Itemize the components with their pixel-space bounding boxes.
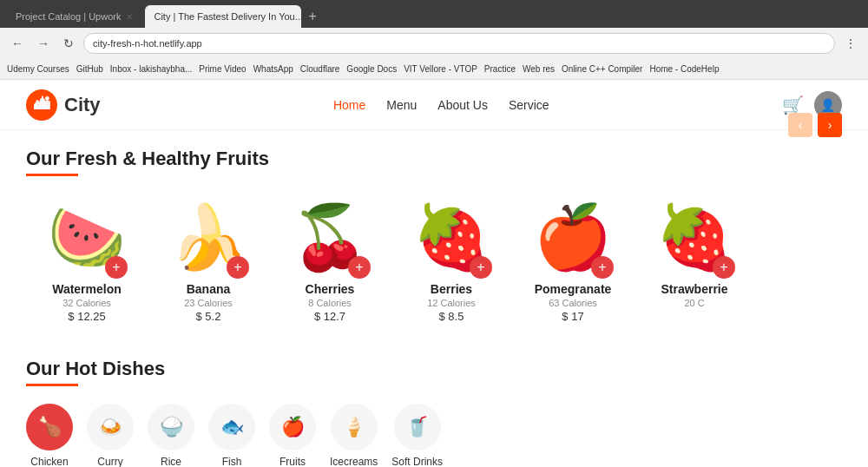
nav-bar: ← → ↻ city-fresh-n-hot.netlify.app ⋮ xyxy=(0,28,868,59)
hot-dishes-section: Our Hot Dishes 🍗 Chicken 🍛 Curry 🍚 Rice … xyxy=(26,358,842,467)
bookmark-codehelp[interactable]: Home - CodeHelp xyxy=(649,64,719,74)
address-bar[interactable]: city-fresh-n-hot.netlify.app xyxy=(83,33,835,54)
fruits-section: Our Fresh & Healthy Fruits ‹ › 🍉 + Water… xyxy=(26,148,842,332)
fruit-image-pomegranate: 🍎 + xyxy=(525,202,621,272)
new-tab-button[interactable]: + xyxy=(308,9,316,24)
carousel-prev-button[interactable]: ‹ xyxy=(788,113,812,137)
tab-upwork[interactable]: Project Catalog | Upwork ✕ xyxy=(7,5,141,28)
banana-calories: 23 Calories xyxy=(155,298,262,308)
cherries-name: Cherries xyxy=(276,282,384,296)
pomegranate-price: $ 17 xyxy=(519,310,627,323)
icecreams-label: Icecreams xyxy=(330,456,378,467)
nav-service[interactable]: Service xyxy=(509,98,549,112)
cart-icon[interactable]: 🛒 xyxy=(782,95,804,115)
banana-price: $ 5.2 xyxy=(155,310,262,323)
header: 🏙 City Home Menu About Us Service 🛒 👤 xyxy=(0,80,868,130)
category-chicken[interactable]: 🍗 Chicken xyxy=(26,404,73,467)
nav-menu[interactable]: Menu xyxy=(386,98,417,112)
fruits-row: 🍉 + Watermelon 32 Calories $ 12.25 🍌 + B… xyxy=(26,194,842,332)
curry-label: Curry xyxy=(97,456,122,467)
bookmark-udemy[interactable]: Udemy Courses xyxy=(7,64,69,74)
category-fruits[interactable]: 🍎 Fruits xyxy=(269,404,316,467)
bookmark-prime[interactable]: Prime Video xyxy=(199,64,246,74)
pomegranate-calories: 63 Calories xyxy=(519,298,627,308)
watermelon-calories: 32 Calories xyxy=(33,298,141,308)
bookmark-google-docs[interactable]: Google Docs xyxy=(346,64,397,74)
fruit-card-banana: 🍌 + Banana 23 Calories $ 5.2 xyxy=(148,194,269,332)
main-nav: Home Menu About Us Service xyxy=(333,98,549,112)
fruit-image-watermelon: 🍉 + xyxy=(39,202,135,272)
banana-name: Banana xyxy=(155,282,262,296)
tab-city[interactable]: City | The Fastest Delivery In You... ✕ xyxy=(145,5,301,28)
add-pomegranate-button[interactable]: + xyxy=(591,256,614,279)
fruits-title: Our Fresh & Healthy Fruits xyxy=(26,148,269,170)
nav-about[interactable]: About Us xyxy=(437,98,488,112)
fruit-card-strawberry: 🍓 + Strawberrie 20 C xyxy=(634,194,755,332)
bookmark-github[interactable]: GitHub xyxy=(76,64,103,74)
chicken-icon: 🍗 xyxy=(26,404,73,451)
forward-button[interactable]: → xyxy=(33,35,54,52)
main-content: Our Fresh & Healthy Fruits ‹ › 🍉 + Water… xyxy=(0,130,868,467)
add-berries-button[interactable]: + xyxy=(470,256,492,279)
category-softdrinks[interactable]: 🥤 Soft Drinks xyxy=(391,404,443,467)
add-watermelon-button[interactable]: + xyxy=(105,256,128,279)
fruits-icon: 🍎 xyxy=(269,404,316,451)
fruit-card-berries: 🍓 + Berries 12 Calories $ 8.5 xyxy=(391,194,512,332)
tab-upwork-label: Project Catalog | Upwork xyxy=(16,11,121,22)
tab-city-label: City | The Fastest Delivery In You... xyxy=(154,11,301,22)
icecreams-icon: 🍦 xyxy=(331,404,378,451)
category-curry[interactable]: 🍛 Curry xyxy=(87,404,134,467)
fruit-card-watermelon: 🍉 + Watermelon 32 Calories $ 12.25 xyxy=(26,194,148,332)
address-text: city-fresh-n-hot.netlify.app xyxy=(93,38,202,49)
watermelon-name: Watermelon xyxy=(33,282,141,296)
add-banana-button[interactable]: + xyxy=(227,256,249,279)
rice-icon: 🍚 xyxy=(148,404,194,451)
category-icecreams[interactable]: 🍦 Icecreams xyxy=(330,404,378,467)
add-cherries-button[interactable]: + xyxy=(348,256,371,279)
strawberry-name: Strawberrie xyxy=(641,282,748,296)
cherries-calories: 8 Calories xyxy=(276,298,384,308)
softdrinks-label: Soft Drinks xyxy=(391,456,443,467)
watermelon-price: $ 12.25 xyxy=(33,310,141,323)
fruit-image-berries: 🍓 + xyxy=(404,202,499,272)
bookmark-vit[interactable]: VIT Vellore - VTOP xyxy=(404,64,477,74)
fruit-card-cherries: 🍒 + Cherries 8 Calories $ 12.7 xyxy=(269,194,391,332)
berries-price: $ 8.5 xyxy=(398,310,505,323)
bookmark-cpp[interactable]: Online C++ Compiler xyxy=(562,64,642,74)
back-button[interactable]: ← xyxy=(7,35,28,52)
fruits-label: Fruits xyxy=(279,456,306,467)
fruit-image-cherries: 🍒 + xyxy=(282,202,378,272)
fish-icon: 🐟 xyxy=(208,404,255,451)
category-fish[interactable]: 🐟 Fish xyxy=(208,404,255,467)
bookmark-cloudflare[interactable]: Cloudflare xyxy=(300,64,340,74)
add-strawberry-button[interactable]: + xyxy=(713,256,735,279)
bookmark-web[interactable]: Web res xyxy=(523,64,555,74)
nav-home[interactable]: Home xyxy=(333,98,365,112)
carousel-next-button[interactable]: › xyxy=(818,113,842,137)
bookmark-inbox[interactable]: Inbox - lakishaybha... xyxy=(110,64,193,74)
fruit-image-strawberry: 🍓 + xyxy=(647,202,742,272)
category-rice[interactable]: 🍚 Rice xyxy=(148,404,194,467)
logo-text: City xyxy=(64,94,101,116)
bookmark-whatsapp[interactable]: WhatsApp xyxy=(253,64,293,74)
bookmark-practice[interactable]: Practice xyxy=(484,64,516,74)
fish-label: Fish xyxy=(222,456,242,467)
chicken-label: Chicken xyxy=(30,456,68,467)
strawberry-calories: 20 C xyxy=(641,298,748,308)
dishes-categories-row: 🍗 Chicken 🍛 Curry 🍚 Rice 🐟 Fish 🍎 xyxy=(26,404,842,467)
tab-bar: Project Catalog | Upwork ✕ City | The Fa… xyxy=(0,0,868,28)
berries-name: Berries xyxy=(398,282,505,296)
page: 🏙 City Home Menu About Us Service 🛒 👤 Ou… xyxy=(0,80,868,467)
rice-label: Rice xyxy=(161,456,181,467)
browser-chrome: Project Catalog | Upwork ✕ City | The Fa… xyxy=(0,0,868,80)
hot-dishes-underline xyxy=(26,384,78,386)
fruit-card-pomegranate: 🍎 + Pomegranate 63 Calories $ 17 xyxy=(512,194,634,332)
logo: 🏙 City xyxy=(26,89,101,121)
carousel-nav: ‹ › xyxy=(788,113,842,137)
reload-button[interactable]: ↻ xyxy=(59,35,78,52)
tab-upwork-close[interactable]: ✕ xyxy=(126,12,133,22)
cherries-price: $ 12.7 xyxy=(276,310,384,323)
hot-dishes-title: Our Hot Dishes xyxy=(26,358,842,380)
extensions-button[interactable]: ⋮ xyxy=(840,35,861,52)
fruit-image-banana: 🍌 + xyxy=(161,202,256,272)
